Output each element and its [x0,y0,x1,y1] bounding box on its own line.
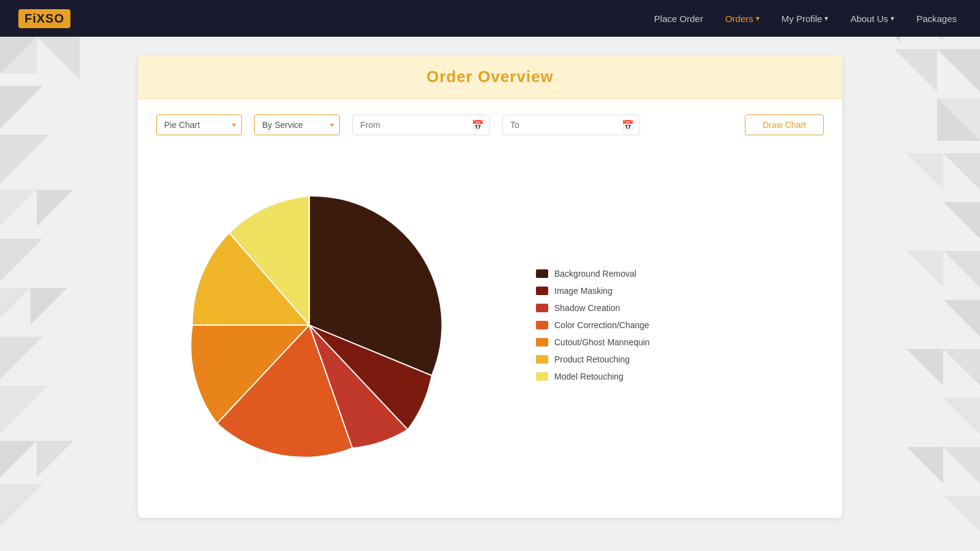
list-item: Image Masking [536,286,824,296]
nav-place-order[interactable]: Place Order [649,10,708,27]
from-date-input[interactable] [352,114,490,135]
legend-color-color-correction [536,321,548,329]
list-item: Shadow Creation [536,303,824,313]
list-item: Model Retouching [536,372,824,381]
list-item: Color Correction/Change [536,320,824,330]
nav-orders[interactable]: Orders [720,10,764,27]
chart-area: Background Removal Image Masking Shadow … [138,151,842,518]
pie-chart-container [156,157,462,493]
group-by-select[interactable]: By Service By Status By Date [254,114,340,135]
order-card-header: Order Overview [138,55,842,99]
nav-packages[interactable]: Packages [911,10,962,27]
legend-color-image-masking [536,287,548,295]
chart-type-wrapper: Pie Chart Bar Chart Line Chart ▾ [156,114,242,135]
legend-label-background-removal: Background Removal [554,269,636,279]
legend-container: Background Removal Image Masking Shadow … [536,269,824,381]
list-item: Product Retouching [536,354,824,364]
legend-label-image-masking: Image Masking [554,286,612,296]
order-card: Order Overview Pie Chart Bar Chart Line … [138,55,842,518]
legend-color-shadow-creation [536,304,548,312]
legend-color-product-retouching [536,355,548,364]
list-item: Background Removal [536,269,824,279]
legend-label-color-correction: Color Correction/Change [554,320,649,330]
page-title: Order Overview [150,67,830,86]
brand-logo[interactable]: FiXSO [18,9,70,28]
list-item: Cutout/Ghost Mannequin [536,337,824,347]
legend-color-background-removal [536,269,548,278]
to-date-input[interactable] [502,114,640,135]
pie-chart [168,184,450,466]
draw-chart-button[interactable]: Draw Chart [745,114,824,135]
nav-my-profile[interactable]: My Profile [777,10,834,27]
nav-links: Place Order Orders My Profile About Us P… [649,10,962,27]
to-date-wrapper: 📅 [502,114,640,135]
from-date-wrapper: 📅 [352,114,490,135]
main-content: Order Overview Pie Chart Bar Chart Line … [0,37,980,536]
navbar: FiXSO Place Order Orders My Profile Abou… [0,0,980,37]
legend-color-model-retouching [536,372,548,381]
nav-about-us[interactable]: About Us [845,10,899,27]
legend-label-shadow-creation: Shadow Creation [554,303,620,313]
legend-label-product-retouching: Product Retouching [554,354,630,364]
legend-label-cutout-mannequin: Cutout/Ghost Mannequin [554,337,650,347]
controls-row: Pie Chart Bar Chart Line Chart ▾ By Serv… [138,99,842,151]
brand: FiXSO [18,9,70,28]
chart-type-select[interactable]: Pie Chart Bar Chart Line Chart [156,114,242,135]
group-by-wrapper: By Service By Status By Date ▾ [254,114,340,135]
legend-label-model-retouching: Model Retouching [554,372,624,381]
legend-color-cutout-mannequin [536,338,548,347]
